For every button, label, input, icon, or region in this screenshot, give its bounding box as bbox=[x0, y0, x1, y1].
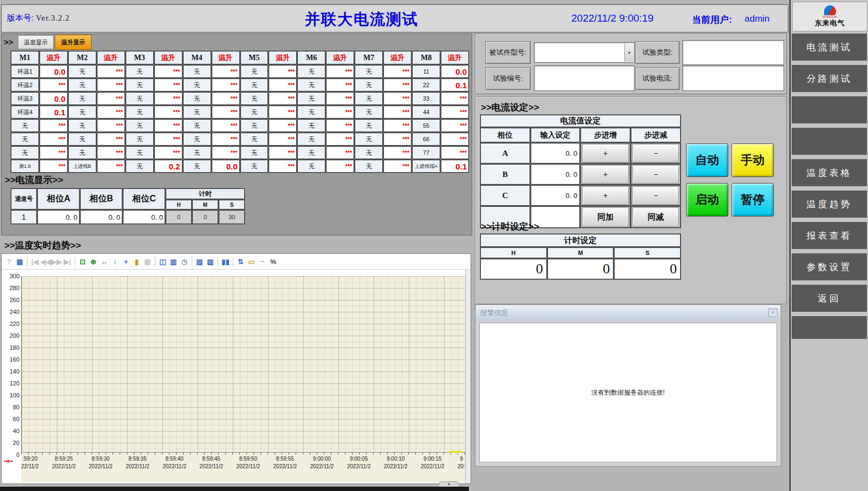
step-inc-a-button[interactable]: + bbox=[582, 144, 629, 162]
rise-value: *** bbox=[326, 65, 354, 78]
sidebar-item-param-setting[interactable]: 参数设置 bbox=[792, 253, 867, 280]
point-label: 55 bbox=[412, 119, 440, 132]
y-tick-label: 240 bbox=[2, 309, 19, 315]
all-inc-button[interactable]: 同加 bbox=[582, 207, 629, 227]
scroll-chart-right-icon[interactable]: ▨ bbox=[205, 257, 216, 267]
point-label: 无 bbox=[183, 133, 211, 146]
tab-rise-display[interactable]: 温升显示 bbox=[55, 35, 92, 50]
test-current-label: 试验电流: bbox=[635, 67, 680, 90]
rise-value: *** bbox=[212, 78, 240, 91]
phase-b-setpoint-input[interactable]: 0. 0 bbox=[531, 164, 580, 185]
dut-model-combobox[interactable]: ▼ bbox=[534, 42, 635, 63]
test-number-label: 试验编号: bbox=[485, 67, 531, 90]
step-inc-c-button[interactable]: + bbox=[582, 186, 629, 205]
zoom-in-icon[interactable]: ⊕ bbox=[88, 257, 99, 267]
point-label: 无 bbox=[126, 146, 154, 159]
next-page-icon: ▶▶ bbox=[51, 257, 62, 267]
sidebar-item-temp-table[interactable]: 温度表格 bbox=[792, 159, 867, 186]
stacked-view-icon[interactable]: ▥ bbox=[168, 257, 179, 267]
x-tick-label: 9:00:152022/11/2 bbox=[421, 455, 445, 482]
sidebar-item-temp-trend[interactable]: 温度趋势 bbox=[792, 191, 867, 218]
manual-button[interactable]: 手动 bbox=[732, 143, 774, 177]
rise-value: *** bbox=[154, 106, 182, 119]
point-label: 无 bbox=[11, 119, 39, 132]
combo-dropdown-icon[interactable]: ▼ bbox=[624, 43, 634, 62]
percent-icon[interactable]: % bbox=[268, 257, 278, 267]
sidebar-item-branch-test[interactable]: 分路测试 bbox=[792, 65, 867, 92]
phase-b-value: 0. 0 bbox=[80, 210, 122, 224]
rise-value: *** bbox=[383, 133, 412, 146]
sort-icon[interactable]: ⇅ bbox=[236, 257, 246, 267]
x-tick-label: 9:00:102022/11/2 bbox=[384, 455, 408, 482]
alarm-pin-button[interactable]: ▪ bbox=[768, 309, 778, 317]
test-type-input[interactable] bbox=[682, 40, 784, 65]
rise-value: *** bbox=[383, 92, 412, 105]
point-label: 无 bbox=[183, 160, 211, 173]
timer-table-title: 计时设定 bbox=[480, 234, 681, 247]
timer-second-input[interactable]: 0 bbox=[614, 259, 681, 279]
rise-value: *** bbox=[383, 160, 412, 173]
all-dec-button[interactable]: 同减 bbox=[632, 207, 679, 227]
pause-button[interactable]: 暂停 bbox=[732, 183, 774, 217]
chart-scrollbar[interactable] bbox=[465, 270, 471, 483]
current-setting-panel: >>电流设定>> 电流值设定 相位 输入设定 步进增 步进减 A 0. 0 + … bbox=[475, 96, 787, 304]
zoom-vertical-icon[interactable]: ↕ bbox=[110, 257, 120, 267]
x-tick-label: 8:59:252022/11/2 bbox=[52, 455, 76, 482]
point-label: 无 bbox=[183, 106, 211, 119]
chart-export-icon[interactable]: ▦ bbox=[15, 257, 25, 267]
trend-chart-panel: ?▦|◀◀◀▶▶▶|⊡⊕↔↕+▮▦◫▥◷▧▨▮▮⇅▭~% 30028026024… bbox=[1, 253, 471, 484]
sidebar-item-report-view[interactable]: 报表查看 bbox=[792, 222, 867, 249]
step-dec-a-button[interactable]: − bbox=[632, 144, 679, 162]
col-header-rise: 温升 bbox=[269, 51, 297, 64]
sidebar-item-back[interactable]: 返回 bbox=[792, 285, 867, 312]
zoom-horizontal-icon[interactable]: ↔ bbox=[99, 257, 109, 267]
plot-area[interactable] bbox=[21, 276, 465, 454]
point-label: 环温4 bbox=[11, 106, 39, 119]
phase-a-setpoint-input[interactable]: 0. 0 bbox=[531, 143, 580, 163]
y-tick-label: 20 bbox=[2, 440, 19, 446]
rise-value: 0.2 bbox=[154, 160, 182, 173]
point-label: 无 bbox=[126, 106, 154, 119]
col-header-rise: 温升 bbox=[326, 51, 354, 64]
y-tick-label: 60 bbox=[2, 416, 19, 422]
split-view-icon[interactable]: ◫ bbox=[158, 257, 168, 267]
axis-ruler-icon[interactable]: ▮ bbox=[132, 257, 142, 267]
start-button[interactable]: 启动 bbox=[686, 183, 728, 217]
rise-value: 0.0 bbox=[40, 65, 68, 78]
rise-value: *** bbox=[326, 160, 354, 173]
rise-value: *** bbox=[97, 92, 125, 105]
rise-value: *** bbox=[97, 65, 125, 78]
pause-icon[interactable]: ▮▮ bbox=[220, 257, 231, 267]
col-header-rise: 温升 bbox=[441, 51, 469, 64]
rise-value: 0.1 bbox=[441, 78, 469, 91]
rise-value: *** bbox=[441, 106, 469, 119]
tab-temperature-display[interactable]: 温度显示 bbox=[18, 35, 54, 49]
test-number-input[interactable] bbox=[534, 66, 635, 91]
tabs-prefix: >> bbox=[4, 37, 14, 47]
test-current-input[interactable] bbox=[682, 66, 784, 91]
pan-icon[interactable]: + bbox=[121, 257, 131, 267]
alarm-message-area: 没有到数据服务器的连接! bbox=[479, 323, 777, 462]
step-inc-b-button[interactable]: + bbox=[582, 165, 629, 184]
point-label: 环温1 bbox=[11, 65, 39, 78]
step-dec-b-button[interactable]: − bbox=[632, 165, 679, 184]
phase-c-setpoint-input[interactable]: 0. 0 bbox=[531, 185, 580, 206]
rise-value: *** bbox=[154, 146, 182, 159]
auto-button[interactable]: 自动 bbox=[686, 143, 728, 177]
timer-minute-input[interactable]: 0 bbox=[547, 259, 614, 279]
step-dec-col-header: 步进减 bbox=[631, 128, 681, 142]
bounds-icon[interactable]: ▭ bbox=[246, 257, 257, 267]
interpolate-icon[interactable]: ~ bbox=[257, 257, 267, 267]
minute-value: 0 bbox=[192, 210, 218, 224]
time-span-icon[interactable]: ◷ bbox=[179, 257, 190, 267]
scroll-chart-left-icon[interactable]: ▧ bbox=[194, 257, 205, 267]
point-label: 无 bbox=[183, 146, 211, 159]
rise-value: *** bbox=[154, 119, 182, 132]
zoom-box-icon[interactable]: ⊡ bbox=[77, 257, 88, 267]
rise-value: *** bbox=[212, 65, 240, 78]
point-label: 环温2 bbox=[11, 78, 39, 91]
sidebar-item-current-test[interactable]: 电流测试 bbox=[792, 34, 867, 61]
step-dec-c-button[interactable]: − bbox=[632, 186, 679, 205]
timer-hour-input[interactable]: 0 bbox=[480, 259, 547, 279]
rise-value: 0.0 bbox=[212, 160, 240, 173]
